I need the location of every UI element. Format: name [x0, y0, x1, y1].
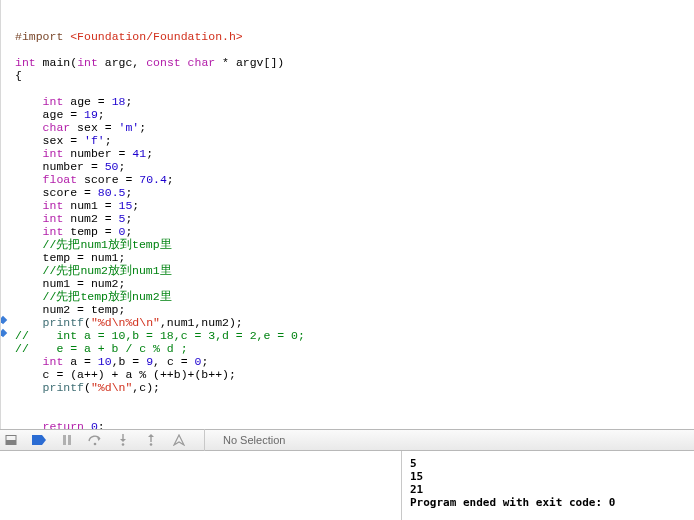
kw-int: int — [15, 56, 36, 69]
breakpoints-icon[interactable] — [32, 433, 46, 447]
step-out-icon[interactable] — [144, 433, 158, 447]
brace-open: { — [15, 69, 22, 82]
variables-pane[interactable] — [0, 451, 402, 520]
output-line: 15 — [410, 470, 423, 483]
include-path: <Foundation/Foundation.h> — [70, 30, 243, 43]
comment: // int a = 10,b = 18,c = 3,d = 2,e = 0; — [15, 329, 305, 342]
fn-printf: printf — [43, 381, 84, 394]
console-area: 5 15 21 Program ended with exit code: 0 — [0, 451, 694, 520]
fn-printf: printf — [43, 316, 84, 329]
hide-debug-icon[interactable] — [4, 433, 18, 447]
comment: //先把num1放到temp里 — [15, 238, 172, 251]
step-over-icon[interactable] — [88, 433, 102, 447]
gutter — [0, 0, 6, 429]
preprocessor: #import — [15, 30, 70, 43]
toolbar-divider — [204, 429, 205, 451]
output-line: 21 — [410, 483, 423, 496]
output-exit: Program ended with exit code: 0 — [410, 496, 615, 509]
output-line: 5 — [410, 457, 417, 470]
comment: //先把num2放到num1里 — [15, 264, 172, 277]
step-into-icon[interactable] — [116, 433, 130, 447]
svg-point-6 — [122, 443, 125, 446]
breakpoint-marker[interactable] — [0, 316, 7, 324]
thread-selection[interactable]: No Selection — [223, 434, 285, 446]
pause-icon[interactable] — [60, 433, 74, 447]
comment: // e = a + b / c % d ; — [15, 342, 188, 355]
svg-rect-1 — [6, 440, 16, 445]
breakpoint-marker[interactable] — [0, 329, 7, 337]
output-pane[interactable]: 5 15 21 Program ended with exit code: 0 — [402, 451, 694, 520]
svg-point-8 — [150, 443, 153, 446]
code-editor[interactable]: #import <Foundation/Foundation.h> int ma… — [0, 0, 694, 429]
svg-rect-3 — [68, 435, 71, 445]
debug-toolbar: No Selection — [0, 429, 694, 451]
svg-rect-2 — [63, 435, 66, 445]
svg-point-4 — [94, 443, 97, 446]
location-icon[interactable] — [172, 433, 186, 447]
kw-return: return — [43, 420, 84, 429]
comment: //先把temp放到num2里 — [15, 290, 172, 303]
